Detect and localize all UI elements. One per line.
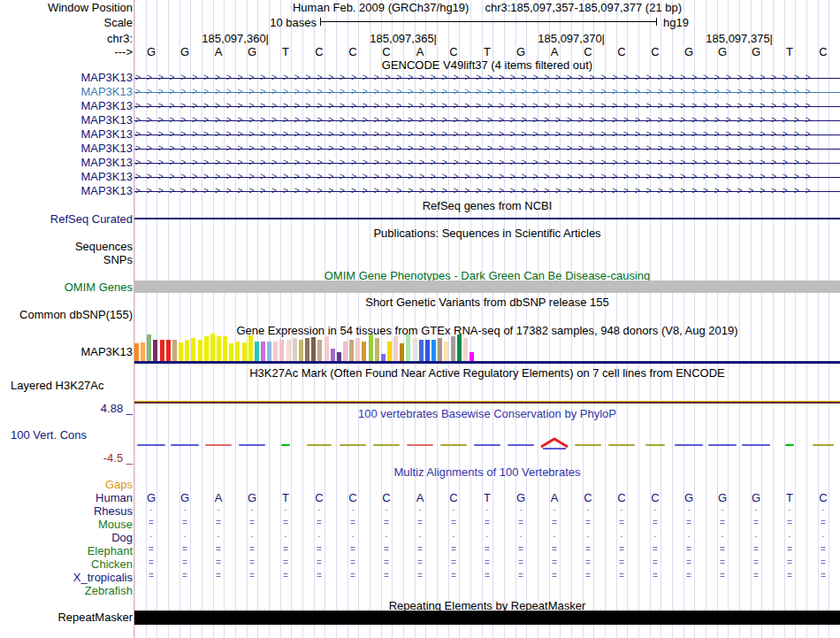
omim-gene-bar[interactable] <box>134 281 840 293</box>
gtex-tissue-bar <box>311 337 316 361</box>
gap-dash-glyph: - <box>336 504 370 514</box>
assembly-title: Human Feb. 2009 (GRCh37/hg19) <box>293 1 469 14</box>
dbsnp-label[interactable]: Common dbSNP(155) <box>19 308 133 321</box>
strand-arrows: >>>>>>>>>>>>>>>>>>>>>>>>>>>>>>>>>>>>>>>>… <box>135 101 838 111</box>
double-line-glyph: = <box>235 518 269 527</box>
species-label-dog[interactable]: Dog <box>111 531 133 544</box>
phylop-track-label[interactable]: 100 Vert. Cons <box>11 428 87 442</box>
gtex-tissue-bar <box>286 340 291 361</box>
refseq-gene-bar[interactable] <box>134 218 840 219</box>
species-label-rhesus[interactable]: Rhesus <box>94 504 133 518</box>
alignment-row-x_tropicalis[interactable]: ===================== <box>134 571 840 580</box>
species-label-zebrafish[interactable]: Zebrafish <box>85 584 133 597</box>
dbsnp-track-title: Short Genetic Variants from dbSNP releas… <box>134 296 840 309</box>
gencode-transcript-label[interactable]: MAP3K13 <box>80 170 133 183</box>
gencode-transcript-label[interactable]: MAP3K13 <box>80 127 133 141</box>
alignment-row-mouse[interactable]: ===================== <box>134 518 840 527</box>
species-label-elephant[interactable]: Elephant <box>88 544 133 557</box>
double-line-glyph: = <box>504 518 538 527</box>
double-line-glyph: = <box>706 544 739 554</box>
base-letter: G <box>739 491 773 504</box>
double-line-glyph: = <box>470 571 504 580</box>
species-label-chicken[interactable]: Chicken <box>91 557 133 571</box>
gap-dash-glyph: - <box>538 504 571 514</box>
gtex-tissue-bar <box>267 342 271 361</box>
omim-genes-label[interactable]: OMIM Genes <box>65 281 133 294</box>
phylop-dash <box>440 444 467 446</box>
gtex-tissue-bar <box>331 349 335 361</box>
double-line-glyph: = <box>773 571 806 580</box>
base-letter: C <box>806 491 840 504</box>
gtex-gene-label[interactable]: MAP3K13 <box>80 345 133 358</box>
gap-dash-glyph: - <box>605 531 638 541</box>
base-letter: C <box>302 45 336 58</box>
base-letter: G <box>504 45 538 58</box>
double-line-glyph: = <box>538 544 571 554</box>
double-line-glyph: = <box>638 571 672 580</box>
double-line-glyph: = <box>605 518 638 527</box>
gtex-tissue-bar <box>293 338 297 361</box>
double-line-glyph: = <box>806 557 840 567</box>
gtex-tissue-bar <box>463 338 468 361</box>
gap-dash-glyph: - <box>235 531 269 541</box>
double-line-glyph: = <box>235 557 269 567</box>
gtex-tissue-bar <box>305 338 309 361</box>
snps-label[interactable]: SNPs <box>103 253 133 266</box>
alignment-row-elephant[interactable]: ===================== <box>134 544 840 554</box>
gtex-tissue-bar <box>141 342 145 361</box>
strand-arrows: >>>>>>>>>>>>>>>>>>>>>>>>>>>>>>>>>>>>>>>>… <box>135 115 838 126</box>
h3k27ac-label[interactable]: Layered H3K27Ac <box>11 379 104 392</box>
double-line-glyph: = <box>235 544 269 554</box>
gap-dash-glyph: - <box>235 504 269 514</box>
base-letter: C <box>571 45 605 58</box>
repeatmasker-element-bar[interactable] <box>134 611 840 625</box>
alignment-row-rhesus[interactable]: --------------------- <box>134 504 840 514</box>
base-letter: C <box>605 45 638 58</box>
gencode-transcript-label[interactable]: MAP3K13 <box>80 156 133 169</box>
species-label-human[interactable]: Human <box>95 491 133 504</box>
species-label-x_tropicalis[interactable]: X_tropicalis <box>73 571 133 584</box>
species-label-mouse[interactable]: Mouse <box>98 518 133 531</box>
phylop-max-label: 4.88 _ <box>101 402 133 415</box>
double-line-glyph: = <box>403 557 437 567</box>
gencode-transcript-label[interactable]: MAP3K13 <box>80 113 133 127</box>
alignment-row-chicken[interactable]: ===================== <box>134 557 840 567</box>
gtex-tissue-bar <box>400 343 404 361</box>
double-line-glyph: = <box>302 544 336 554</box>
gencode-transcript-label[interactable]: MAP3K13 <box>80 71 133 84</box>
refseq-curated-label[interactable]: RefSeq Curated <box>50 212 133 226</box>
gap-dash-glyph: - <box>370 504 403 514</box>
base-letter: G <box>672 491 706 504</box>
double-line-glyph: = <box>134 518 168 527</box>
sequences-label[interactable]: Sequences <box>75 240 133 253</box>
gencode-transcript-label[interactable]: MAP3K13 <box>80 142 133 155</box>
base-letter: C <box>370 491 403 504</box>
double-line-glyph: = <box>706 557 739 567</box>
double-line-glyph: = <box>302 557 336 567</box>
repeatmasker-label[interactable]: RepeatMasker <box>57 611 133 624</box>
phylop-dash <box>474 444 500 446</box>
gencode-transcript-label[interactable]: MAP3K13 <box>80 184 133 197</box>
gap-dash-glyph: - <box>672 504 706 514</box>
gap-dash-glyph: - <box>504 531 538 541</box>
base-letter: T <box>773 491 806 504</box>
gtex-tissue-bar <box>375 338 379 361</box>
alignment-row-dog[interactable]: --------------------- <box>134 531 840 541</box>
h3k27ac-maroon-line <box>134 402 840 404</box>
gencode-transcript-label[interactable]: MAP3K13 <box>80 99 133 112</box>
gtex-tissue-bar <box>457 334 462 361</box>
gap-dash-glyph: - <box>672 531 706 541</box>
double-line-glyph: = <box>806 571 840 580</box>
gtex-tissue-bar <box>248 335 253 361</box>
alignment-row-human[interactable]: GGAGTCCCACTGACCCGGGTC <box>134 491 840 504</box>
coordinate-label: 185,097,365| <box>370 32 437 45</box>
h3k27ac-track-title: H3K27Ac Mark (Often Found Near Active Re… <box>134 366 840 380</box>
base-letter: C <box>605 491 638 504</box>
gtex-tissue-bar <box>198 340 202 361</box>
species-label-gaps[interactable]: Gaps <box>105 478 133 491</box>
base-letter: A <box>538 45 571 58</box>
gencode-transcript-label[interactable]: MAP3K13 <box>80 85 133 98</box>
gap-dash-glyph: - <box>403 504 437 514</box>
gap-dash-glyph: - <box>773 531 806 541</box>
gencode-track-title: GENCODE V49lift37 (4 items filtered out) <box>134 58 840 72</box>
